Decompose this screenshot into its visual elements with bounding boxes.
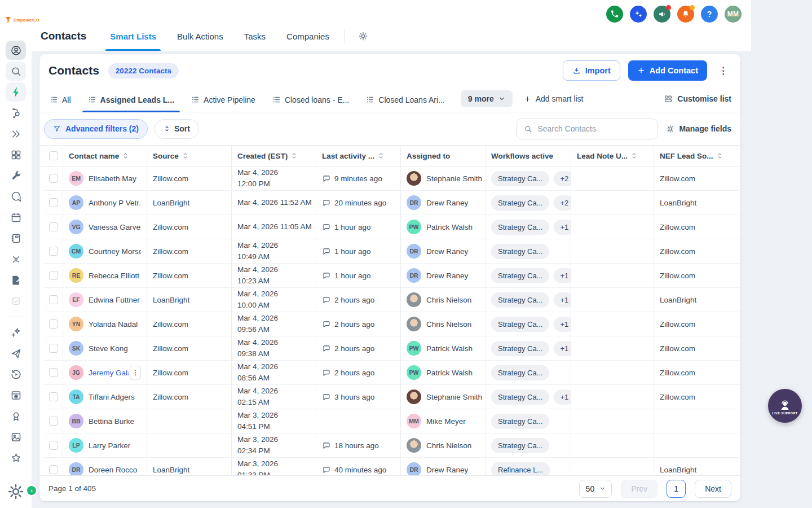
row-more-options-icon[interactable]: ⋮ [130, 366, 141, 379]
sort-icon[interactable] [631, 152, 637, 160]
column-header-created-est-[interactable]: Created (EST) [232, 146, 316, 166]
workflow-chip[interactable]: Strategy Ca... [491, 365, 549, 380]
table-row[interactable]: SKSteve KongZillow.comMar 4, 202609:38 A… [44, 336, 740, 361]
sidebar-item-send-icon[interactable] [6, 344, 26, 363]
workflow-chip[interactable]: Strategy Ca... [491, 317, 549, 332]
workflow-extra-chip[interactable]: +2 [554, 171, 571, 186]
manage-fields-button[interactable]: Manage fields [665, 124, 731, 134]
row-checkbox[interactable] [49, 392, 58, 401]
sort-icon[interactable] [717, 152, 723, 160]
brand-logo[interactable]: EmpowerLO [5, 16, 39, 24]
customise-list-button[interactable]: Customise list [664, 94, 731, 103]
sort-icon[interactable] [291, 152, 297, 160]
live-support-button[interactable]: LIVE SUPPORT [768, 389, 802, 423]
row-checkbox[interactable] [49, 174, 58, 183]
row-checkbox[interactable] [49, 271, 58, 280]
workflow-extra-chip[interactable]: +1 [554, 268, 571, 283]
workflow-chip[interactable]: Strategy Ca... [491, 171, 549, 186]
workflow-chip[interactable]: Refinance L... [491, 462, 550, 476]
next-page-button[interactable]: Next [695, 480, 731, 498]
nav-tab-companies[interactable]: Companies [285, 21, 330, 51]
table-row[interactable]: EMElisabeth MayZillow.comMar 4, 202612:0… [44, 167, 740, 191]
table-row[interactable]: RERebecca ElliottZillow.comMar 4, 202610… [44, 264, 740, 288]
workflow-extra-chip[interactable]: +1 [554, 389, 571, 405]
sidebar-item-sparkle-plus-icon[interactable] [6, 323, 26, 342]
nav-tab-tasks[interactable]: Tasks [243, 21, 267, 51]
quick-action-megaphone-icon[interactable] [654, 6, 670, 23]
workflow-chip[interactable]: Strategy Ca... [491, 220, 549, 235]
sidebar-item-sprocket-icon[interactable] [6, 103, 26, 122]
column-header-nef-lead-so-[interactable]: NEF Lead So... [654, 146, 740, 166]
more-lists-dropdown[interactable]: 9 more [461, 90, 513, 107]
table-row[interactable]: DRDoreen RoccoLoanBrightMar 3, 202601:33… [44, 458, 740, 475]
smart-list-tab-all[interactable]: All [48, 91, 72, 112]
user-avatar[interactable]: MM [725, 6, 742, 23]
sort-icon[interactable] [182, 152, 188, 160]
sidebar-item-search-icon[interactable] [6, 62, 26, 81]
column-header-contact-name[interactable]: Contact name [63, 146, 147, 166]
table-row[interactable]: BBBettina BurkeMar 3, 202604:51 PMMMMike… [44, 409, 740, 433]
row-checkbox[interactable] [49, 441, 58, 450]
sidebar-item-wrench-icon[interactable] [6, 166, 26, 185]
page-size-select[interactable]: 50 [579, 480, 612, 498]
sort-button[interactable]: Sort [155, 119, 199, 139]
row-checkbox[interactable] [49, 344, 58, 353]
sidebar-item-contacts-icon[interactable] [6, 41, 26, 60]
table-row[interactable]: CMCourtney MorseZillow.comMar 4, 202610:… [44, 239, 740, 264]
row-checkbox[interactable] [49, 222, 58, 231]
workflow-chip[interactable]: Strategy Ca... [491, 292, 549, 308]
workflow-chip[interactable]: Strategy Ca... [491, 244, 549, 259]
page-more-options-icon[interactable]: ⋮ [715, 64, 731, 78]
workflow-chip[interactable]: Strategy Ca... [491, 341, 549, 356]
workflow-extra-chip[interactable]: +1 [554, 220, 571, 235]
quick-action-sparkles-icon[interactable] [630, 6, 647, 23]
row-checkbox[interactable] [49, 319, 58, 329]
sidebar-item-chat-icon[interactable] [6, 187, 26, 206]
workflow-extra-chip[interactable]: +1 [554, 317, 571, 332]
sidebar-item-grid-icon[interactable] [6, 145, 26, 164]
sidebar-item-browser-icon[interactable] [6, 386, 26, 405]
workflow-extra-chip[interactable]: +1 [554, 292, 571, 308]
sidebar-item-notebook-icon[interactable] [6, 229, 26, 248]
sidebar-expand-button[interactable]: › [26, 485, 37, 496]
prev-page-button[interactable]: Prev [621, 480, 657, 498]
quick-action-bell-icon[interactable] [677, 6, 694, 23]
nav-settings-gear-icon[interactable] [358, 30, 369, 42]
table-row[interactable]: JGJeremy Galar⋮Zillow.comMar 4, 202608:5… [44, 361, 740, 385]
table-row[interactable]: APAnthony P Vetr...LoanBrightMar 4, 2026… [44, 191, 740, 215]
sidebar-item-star-icon[interactable] [6, 448, 26, 467]
sidebar-item-doc-edit-icon[interactable] [6, 270, 26, 290]
column-header-source[interactable]: Source [147, 146, 232, 166]
quick-action-phone-icon[interactable] [606, 6, 623, 23]
smart-list-tab-active-pipeline[interactable]: Active Pipeline [190, 91, 257, 112]
workflow-chip[interactable]: Strategy Ca... [491, 438, 549, 453]
workflow-extra-chip[interactable]: +2 [554, 195, 571, 211]
sidebar-item-award-icon[interactable] [6, 406, 26, 426]
smart-list-tab-closed-loans-ari-[interactable]: Closed Loans Ari... [365, 91, 446, 112]
workflow-extra-chip[interactable]: +1 [554, 341, 571, 356]
column-header-lead-note-u-[interactable]: Lead Note U... [571, 146, 654, 166]
column-header-last-activity-[interactable]: Last activity ... [316, 146, 401, 166]
nav-tab-bulk-actions[interactable]: Bulk Actions [176, 21, 224, 51]
row-checkbox[interactable] [49, 417, 58, 426]
table-row[interactable]: VGVanessa GarverZillow.comMar 4, 2026 11… [44, 215, 740, 239]
sidebar-item-double-chevron-icon[interactable] [6, 124, 26, 143]
add-contact-button[interactable]: Add Contact [628, 60, 707, 81]
contact-name-link[interactable]: Jeremy Galar [89, 369, 129, 377]
search-contacts-input[interactable] [537, 124, 650, 133]
row-checkbox[interactable] [49, 368, 58, 377]
sidebar-item-checkbox-icon[interactable] [6, 291, 26, 310]
quick-action-help-icon[interactable]: ? [701, 6, 718, 23]
workflow-chip[interactable]: Strategy Ca... [491, 414, 549, 429]
select-all-checkbox[interactable] [49, 151, 58, 160]
row-checkbox[interactable] [49, 198, 58, 207]
add-smart-list-button[interactable]: Add smart list [524, 94, 584, 103]
advanced-filters-button[interactable]: Advanced filters (2) [44, 119, 148, 139]
workflow-chip[interactable]: Strategy Ca... [491, 268, 549, 283]
workflow-chip[interactable]: Strategy Ca... [491, 389, 549, 405]
sidebar-item-calendar-icon[interactable] [6, 208, 26, 227]
sidebar-item-org-icon[interactable] [6, 249, 26, 269]
row-checkbox[interactable] [49, 247, 58, 256]
table-row[interactable]: LPLarry ParkerMar 3, 202602:34 PM18 hour… [44, 433, 740, 458]
sidebar-item-play-icon[interactable] [6, 365, 26, 384]
